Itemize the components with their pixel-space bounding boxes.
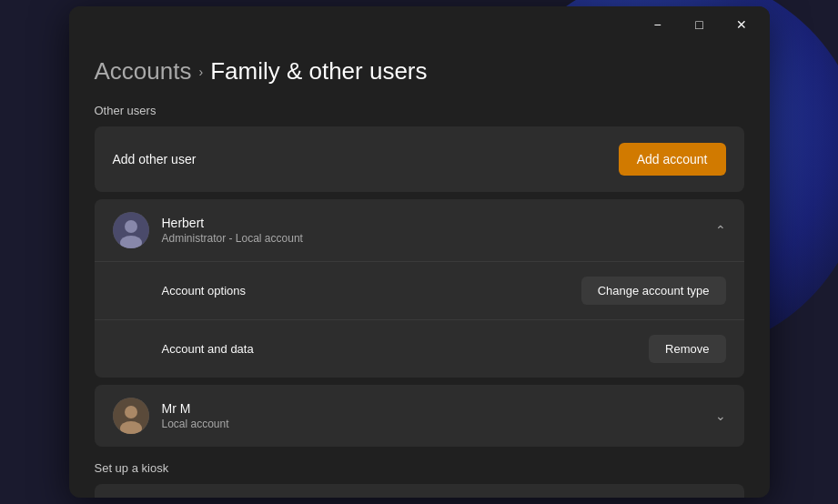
add-account-button[interactable]: Add account — [619, 143, 726, 176]
add-user-card: Add other user Add account — [95, 126, 744, 192]
breadcrumb-chevron-icon: › — [198, 65, 203, 79]
account-options-row: Account options Change account type — [95, 262, 744, 320]
mrm-avatar — [113, 398, 149, 434]
account-options-label: Account options — [162, 284, 247, 297]
herbert-chevron-up-icon: ⌃ — [715, 223, 726, 237]
mrm-user-row[interactable]: Mr M Local account ⌄ — [95, 385, 744, 447]
breadcrumb: Accounts › Family & other users — [95, 57, 744, 86]
change-account-type-button[interactable]: Change account type — [581, 277, 726, 305]
maximize-button[interactable]: □ — [679, 10, 721, 39]
kiosk-card: Get started — [95, 484, 744, 498]
mrm-user-card: Mr M Local account ⌄ — [95, 385, 744, 447]
mrm-name: Mr M — [162, 401, 715, 416]
titlebar: − □ ✕ — [69, 6, 770, 43]
settings-window: − □ ✕ Accounts › Family & other users Ot… — [69, 6, 770, 498]
account-data-row: Account and data Remove — [95, 320, 744, 378]
remove-button[interactable]: Remove — [649, 335, 725, 363]
page-title: Family & other users — [210, 57, 427, 86]
mrm-sub: Local account — [162, 418, 715, 430]
account-data-label: Account and data — [162, 342, 254, 356]
svg-point-4 — [125, 406, 137, 418]
main-content: Accounts › Family & other users Other us… — [69, 43, 770, 498]
kiosk-section-label: Set up a kiosk — [95, 461, 744, 475]
accounts-link[interactable]: Accounts — [95, 57, 192, 86]
minimize-button[interactable]: − — [637, 10, 679, 39]
close-button[interactable]: ✕ — [721, 10, 762, 39]
herbert-user-row[interactable]: Herbert Administrator - Local account ⌃ — [95, 199, 744, 261]
herbert-expanded: Account options Change account type Acco… — [95, 261, 744, 378]
herbert-name: Herbert — [162, 216, 715, 230]
svg-point-1 — [125, 220, 137, 233]
add-other-user-label: Add other user — [113, 152, 197, 166]
herbert-avatar — [113, 212, 149, 248]
add-user-row: Add other user Add account — [95, 126, 744, 192]
mrm-info: Mr M Local account — [162, 401, 715, 430]
herbert-sub: Administrator - Local account — [162, 232, 715, 245]
kiosk-section: Set up a kiosk Get started — [95, 461, 744, 498]
herbert-user-card: Herbert Administrator - Local account ⌃ … — [95, 199, 744, 378]
other-users-label: Other users — [95, 104, 744, 117]
mrm-chevron-down-icon: ⌄ — [715, 408, 726, 423]
herbert-info: Herbert Administrator - Local account — [162, 216, 715, 245]
